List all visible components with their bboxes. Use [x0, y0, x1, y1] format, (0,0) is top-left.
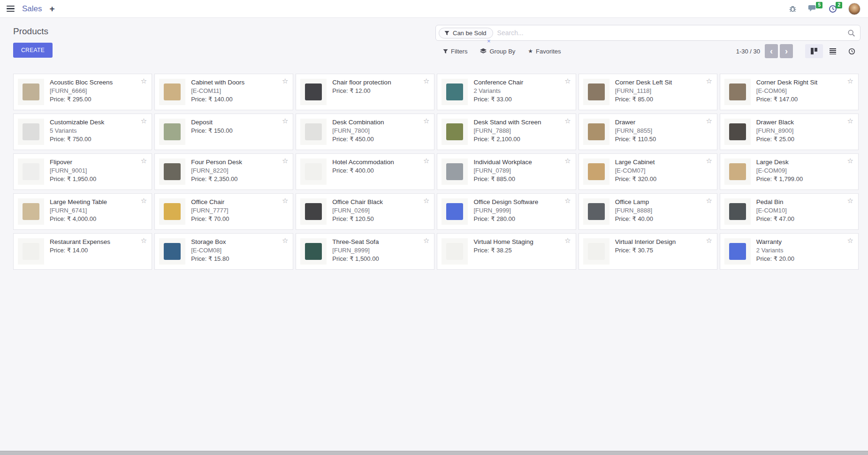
product-card[interactable]: Corner Desk Right Sit [E-COM06] Price: ₹…: [720, 74, 859, 110]
favorite-star-icon[interactable]: ☆: [564, 117, 571, 124]
bottom-scrollbar[interactable]: [0, 451, 868, 455]
product-name[interactable]: Three-Seat Sofa: [332, 238, 430, 245]
app-name[interactable]: Sales: [22, 4, 42, 14]
product-card[interactable]: Office Design Software [FURN_9999] Price…: [437, 193, 576, 230]
favorite-star-icon[interactable]: ☆: [423, 157, 429, 164]
messages-icon[interactable]: 5: [808, 5, 817, 13]
product-name[interactable]: Hotel Accommodation: [332, 159, 430, 166]
favorite-star-icon[interactable]: ☆: [706, 197, 712, 204]
product-card[interactable]: Acoustic Bloc Screens [FURN_6666] Price:…: [13, 74, 152, 110]
apps-menu-icon[interactable]: [7, 6, 15, 12]
favorite-star-icon[interactable]: ☆: [847, 77, 853, 84]
product-card[interactable]: Warranty 2 Variants Price: ₹ 20.00 ☆: [720, 233, 859, 270]
product-name[interactable]: Warranty: [756, 238, 854, 245]
pager-next-button[interactable]: ›: [780, 44, 793, 58]
add-tab-button[interactable]: +: [50, 4, 55, 13]
product-name[interactable]: Large Cabinet: [615, 159, 713, 166]
product-name[interactable]: Office Chair Black: [332, 198, 430, 205]
product-card[interactable]: Desk Combination [FURN_7800] Price: ₹ 45…: [296, 114, 434, 150]
product-card[interactable]: Office Chair Black [FURN_0269] Price: ₹ …: [296, 193, 434, 230]
product-name[interactable]: Corner Desk Right Sit: [756, 79, 854, 86]
favorite-star-icon[interactable]: ☆: [847, 117, 853, 124]
product-card[interactable]: Office Lamp [FURN_8888] Price: ₹ 40.00 ☆: [579, 193, 717, 230]
search-bar[interactable]: Can be Sold ×: [435, 25, 860, 41]
product-card[interactable]: Cabinet with Doors [E-COM11] Price: ₹ 14…: [154, 74, 293, 110]
favorite-star-icon[interactable]: ☆: [423, 237, 429, 244]
group-by-button[interactable]: Group By: [480, 48, 515, 55]
search-input[interactable]: [497, 29, 847, 37]
product-name[interactable]: Drawer Black: [756, 119, 854, 126]
activity-view-button[interactable]: [843, 44, 860, 58]
product-card[interactable]: Large Cabinet [E-COM07] Price: ₹ 320.00 …: [579, 153, 717, 190]
favorite-star-icon[interactable]: ☆: [282, 157, 288, 164]
product-card[interactable]: Drawer Black [FURN_8900] Price: ₹ 25.00 …: [720, 114, 859, 150]
product-name[interactable]: Drawer: [615, 119, 713, 126]
product-card[interactable]: Restaurant Expenses Price: ₹ 14.00 ☆: [13, 233, 152, 270]
search-facet[interactable]: Can be Sold ×: [439, 28, 493, 38]
product-card[interactable]: Virtual Interior Design Price: ₹ 30.75 ☆: [579, 233, 717, 270]
facet-remove-icon[interactable]: ×: [487, 38, 491, 44]
product-name[interactable]: Four Person Desk: [191, 159, 289, 166]
favorite-star-icon[interactable]: ☆: [141, 77, 147, 84]
favorite-star-icon[interactable]: ☆: [282, 237, 288, 244]
list-view-button[interactable]: [824, 44, 842, 58]
product-card[interactable]: Corner Desk Left Sit [FURN_1118] Price: …: [579, 74, 717, 110]
product-card[interactable]: Large Desk [E-COM09] Price: ₹ 1,799.00 ☆: [720, 153, 859, 190]
filters-button[interactable]: Filters: [443, 48, 467, 55]
product-name[interactable]: Office Lamp: [615, 198, 713, 205]
favorite-star-icon[interactable]: ☆: [282, 197, 288, 204]
product-name[interactable]: Cabinet with Doors: [191, 79, 289, 86]
product-name[interactable]: Conference Chair: [473, 79, 571, 86]
product-name[interactable]: Large Meeting Table: [50, 198, 147, 205]
product-card[interactable]: Four Person Desk [FURN_8220] Price: ₹ 2,…: [154, 153, 293, 190]
favorite-star-icon[interactable]: ☆: [564, 77, 571, 84]
product-card[interactable]: Hotel Accommodation Price: ₹ 400.00 ☆: [296, 153, 434, 190]
favorite-star-icon[interactable]: ☆: [706, 77, 712, 84]
product-card[interactable]: Deposit Price: ₹ 150.00 ☆: [154, 114, 293, 150]
pager-previous-button[interactable]: ‹: [765, 44, 778, 58]
favorite-star-icon[interactable]: ☆: [847, 237, 853, 244]
product-card[interactable]: Conference Chair 2 Variants Price: ₹ 33.…: [437, 74, 576, 110]
favorite-star-icon[interactable]: ☆: [564, 237, 571, 244]
favorite-star-icon[interactable]: ☆: [847, 157, 853, 164]
favorite-star-icon[interactable]: ☆: [847, 197, 853, 204]
favorite-star-icon[interactable]: ☆: [141, 197, 147, 204]
product-name[interactable]: Chair floor protection: [332, 79, 430, 86]
product-card[interactable]: Individual Workplace [FURN_0789] Price: …: [437, 153, 576, 190]
favorites-button[interactable]: ★ Favorites: [528, 48, 561, 55]
product-card[interactable]: Chair floor protection Price: ₹ 12.00 ☆: [296, 74, 434, 110]
favorite-star-icon[interactable]: ☆: [423, 197, 429, 204]
product-name[interactable]: Desk Combination: [332, 119, 430, 126]
product-name[interactable]: Corner Desk Left Sit: [615, 79, 713, 86]
product-name[interactable]: Flipover: [50, 159, 147, 166]
activities-clock-icon[interactable]: 2: [829, 5, 837, 13]
favorite-star-icon[interactable]: ☆: [706, 237, 712, 244]
favorite-star-icon[interactable]: ☆: [564, 157, 571, 164]
product-card[interactable]: Three-Seat Sofa [FURN_8999] Price: ₹ 1,5…: [296, 233, 434, 270]
product-name[interactable]: Office Chair: [191, 198, 289, 205]
product-name[interactable]: Office Design Software: [473, 198, 571, 205]
favorite-star-icon[interactable]: ☆: [282, 117, 288, 124]
create-button[interactable]: CREATE: [13, 43, 53, 58]
kanban-view-button[interactable]: [805, 44, 823, 58]
favorite-star-icon[interactable]: ☆: [423, 77, 429, 84]
product-name[interactable]: Storage Box: [191, 238, 289, 245]
product-name[interactable]: Desk Stand with Screen: [473, 119, 571, 126]
product-card[interactable]: Pedal Bin [E-COM10] Price: ₹ 47.00 ☆: [720, 193, 859, 230]
product-name[interactable]: Customizable Desk: [50, 119, 147, 126]
product-card[interactable]: Office Chair [FURN_7777] Price: ₹ 70.00 …: [154, 193, 293, 230]
product-card[interactable]: Drawer [FURN_8855] Price: ₹ 110.50 ☆: [579, 114, 717, 150]
favorite-star-icon[interactable]: ☆: [282, 77, 288, 84]
product-name[interactable]: Deposit: [191, 119, 289, 126]
product-card[interactable]: Desk Stand with Screen [FURN_7888] Price…: [437, 114, 576, 150]
product-name[interactable]: Large Desk: [756, 159, 854, 166]
product-name[interactable]: Acoustic Bloc Screens: [50, 79, 147, 86]
favorite-star-icon[interactable]: ☆: [141, 117, 147, 124]
favorite-star-icon[interactable]: ☆: [141, 237, 147, 244]
product-card[interactable]: Customizable Desk 5 Variants Price: ₹ 75…: [13, 114, 152, 150]
user-avatar[interactable]: [848, 3, 860, 15]
product-card[interactable]: Storage Box [E-COM08] Price: ₹ 15.80 ☆: [154, 233, 293, 270]
product-name[interactable]: Virtual Home Staging: [473, 238, 571, 245]
product-card[interactable]: Virtual Home Staging Price: ₹ 38.25 ☆: [437, 233, 576, 270]
debug-bug-icon[interactable]: [789, 5, 797, 13]
